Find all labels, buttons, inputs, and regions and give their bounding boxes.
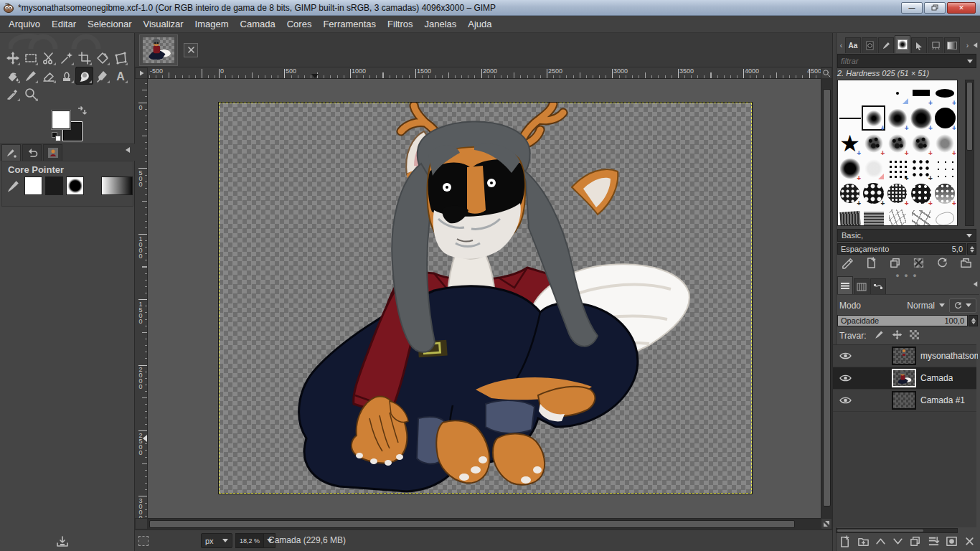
tool-preset-tab[interactable]	[878, 37, 894, 53]
restore-button[interactable]	[924, 2, 946, 14]
brush-swatch[interactable]	[910, 206, 933, 226]
channels-tab[interactable]	[854, 278, 870, 294]
menu-arquivo[interactable]: Arquivo	[3, 17, 46, 32]
brush-swatch[interactable]	[933, 105, 957, 131]
opacity-spinner[interactable]	[969, 315, 978, 326]
close-button[interactable]: ✕	[947, 2, 976, 14]
menu-selecionar[interactable]: Selecionar	[82, 17, 137, 32]
text-tool-icon[interactable]: A	[111, 67, 129, 85]
brush-swatch[interactable]	[862, 131, 885, 156]
brush-swatch[interactable]	[838, 181, 862, 206]
brush-swatch[interactable]	[862, 156, 885, 181]
refresh-brushes-button[interactable]	[936, 257, 948, 272]
menu-visualizar[interactable]: Visualizar	[137, 17, 189, 32]
rectangle-select-tool-icon[interactable]	[22, 49, 39, 67]
minimize-button[interactable]: —	[901, 2, 923, 14]
duplicate-layer-button[interactable]	[909, 535, 921, 550]
tabs-scroll-left-icon[interactable]: ‹	[837, 37, 845, 53]
layer-row-selected[interactable]: Camada	[833, 367, 976, 390]
unit-dropdown[interactable]: px	[201, 533, 232, 548]
eraser-tool-icon[interactable]	[39, 67, 57, 85]
brush-group-dropdown[interactable]: Basic,	[837, 229, 976, 242]
opacity-slider[interactable]: Opacidade 100,0	[837, 315, 968, 326]
vertical-scrollbar[interactable]	[821, 79, 832, 518]
brush-swatch[interactable]	[838, 80, 862, 105]
open-brush-as-image-button[interactable]	[960, 257, 972, 272]
brush-filter-input[interactable]	[841, 57, 967, 65]
zoom-value[interactable]: 18,2 %	[235, 533, 264, 548]
brush-swatch[interactable]	[862, 181, 885, 206]
brush-swatch[interactable]	[910, 105, 933, 131]
brush-swatch[interactable]	[933, 156, 957, 181]
mode-dropdown[interactable]: Normal	[907, 301, 945, 311]
smudge-tool-icon[interactable]	[75, 67, 93, 85]
lock-position-icon[interactable]	[892, 329, 903, 343]
dock-menu-button[interactable]	[971, 37, 979, 53]
brush-swatch[interactable]	[933, 181, 957, 206]
brush-swatch[interactable]	[885, 80, 909, 105]
menu-ajuda[interactable]: Ajuda	[462, 17, 497, 32]
quick-mask-toggle[interactable]	[138, 536, 149, 546]
visibility-toggle[interactable]	[833, 352, 857, 360]
brush-swatch[interactable]	[885, 181, 909, 206]
lock-alpha-icon[interactable]	[910, 329, 919, 342]
menu-ferramentas[interactable]: Ferramentas	[317, 17, 382, 32]
new-layer-button[interactable]	[839, 535, 851, 550]
paths-tab[interactable]	[870, 278, 886, 294]
vertical-scrollbar-thumb[interactable]	[823, 89, 831, 507]
brush-swatch[interactable]	[933, 131, 957, 156]
spacing-spinner[interactable]	[967, 243, 976, 255]
lock-pixels-icon[interactable]	[874, 329, 885, 343]
titlebar[interactable]: *mysonathatsomeonegibme.xcf-1.0 (Cor RGB…	[0, 0, 980, 16]
brush-swatch[interactable]	[910, 131, 933, 156]
crop-tool-icon[interactable]	[75, 49, 93, 67]
navigation-button[interactable]	[821, 518, 832, 529]
paint-swatch-dark[interactable]	[45, 176, 63, 195]
brush-grid-scrollbar[interactable]	[965, 80, 974, 226]
menu-editar[interactable]: Editar	[46, 17, 82, 32]
menu-filtros[interactable]: Filtros	[382, 17, 418, 32]
zoom-image-button[interactable]	[821, 67, 832, 79]
duplicate-brush-button[interactable]	[889, 257, 901, 272]
brush-swatch[interactable]	[862, 206, 885, 226]
menu-camada[interactable]: Camada	[235, 17, 281, 32]
menu-janelas[interactable]: Janelas	[419, 17, 463, 32]
brush-grid-scrollbar-thumb[interactable]	[966, 82, 973, 151]
unified-transform-tool-icon[interactable]	[93, 49, 111, 67]
pointer-tab[interactable]	[911, 37, 927, 53]
brush-swatch[interactable]	[862, 80, 885, 105]
paint-swatch-white[interactable]	[24, 176, 42, 195]
edit-brush-button[interactable]	[842, 257, 854, 272]
undo-history-tab[interactable]	[22, 144, 42, 161]
raise-layer-button[interactable]	[875, 536, 886, 550]
brush-swatch-selected[interactable]	[862, 105, 885, 131]
brush-swatch[interactable]	[933, 206, 957, 226]
fonts-tab[interactable]: Aa	[845, 37, 861, 53]
menu-cores[interactable]: Cores	[281, 17, 318, 32]
brush-swatch[interactable]	[885, 131, 909, 156]
layer-thumbnail[interactable]	[892, 347, 916, 365]
brush-spacing-slider[interactable]: Espaçamento 5,0	[837, 243, 966, 255]
scissors-select-tool-icon[interactable]	[39, 49, 57, 67]
layers-horizontal-scrollbar[interactable]	[836, 528, 958, 533]
canvas-viewport[interactable]	[148, 79, 821, 518]
brush-swatch[interactable]	[838, 156, 862, 181]
add-layer-mask-button[interactable]	[946, 535, 958, 550]
visibility-toggle[interactable]	[833, 374, 857, 382]
document-history-tab[interactable]	[862, 37, 877, 53]
brush-filter-field[interactable]	[837, 54, 976, 68]
mode-options-group[interactable]	[949, 298, 976, 313]
new-layer-group-button[interactable]	[857, 535, 870, 550]
brush-swatch[interactable]	[910, 156, 933, 181]
image-layer-canvas[interactable]	[219, 103, 752, 494]
dock-menu-button[interactable]	[971, 276, 979, 292]
move-tool-icon[interactable]	[4, 49, 22, 67]
layers-scrollbar-thumb[interactable]	[837, 529, 923, 532]
fuzzy-select-tool-icon[interactable]	[57, 49, 75, 67]
layer-row[interactable]: mysonathatsome	[833, 345, 976, 367]
foreground-color-swatch[interactable]	[52, 110, 70, 129]
vertical-ruler[interactable]: 0 500 1000 1500 2000 2500 3000	[135, 79, 148, 518]
dock-menu-button[interactable]	[123, 144, 132, 157]
paintbrush-tool-icon[interactable]	[22, 67, 39, 85]
layer-thumbnail[interactable]	[892, 391, 916, 410]
